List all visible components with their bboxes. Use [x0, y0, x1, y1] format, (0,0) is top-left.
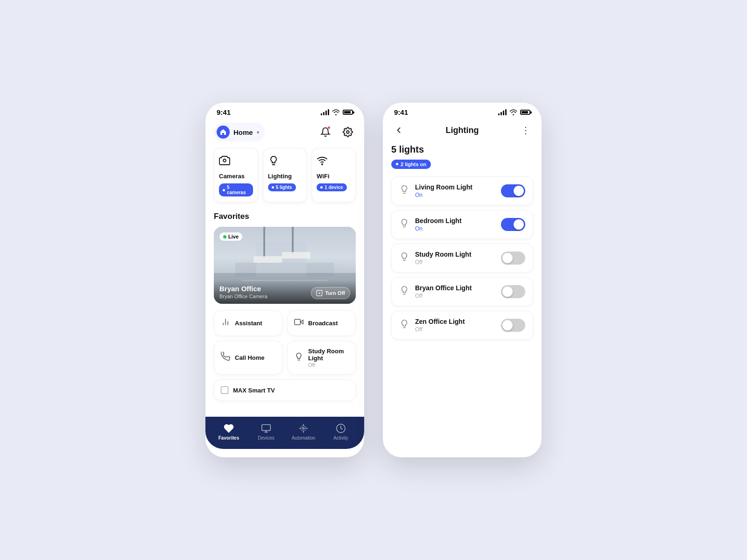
shortcut-max-tv[interactable]: MAX Smart TV: [214, 379, 356, 401]
light-item[interactable]: Bryan Office Light Off: [391, 277, 533, 306]
svg-point-1: [223, 159, 226, 162]
signal-icon-right: [498, 109, 507, 115]
broadcast-label: Broadcast: [308, 320, 338, 327]
light-status: Off: [415, 293, 495, 299]
live-label: Live: [228, 234, 239, 239]
light-info: Bryan Office Light Off: [415, 284, 495, 299]
main-content: Cameras 5 cameras Lighting 5 lights: [205, 148, 364, 412]
status-bar-left: 9:41: [205, 103, 364, 119]
nav-devices[interactable]: Devices: [247, 423, 285, 441]
wifi-category-icon: [317, 155, 328, 169]
nav-activity[interactable]: Activity: [322, 423, 359, 441]
light-bulb-icon: [399, 218, 409, 231]
light-toggle[interactable]: [501, 252, 525, 265]
svg-point-0: [346, 131, 349, 133]
broadcast-icon: [294, 317, 303, 329]
right-phone: 9:41 Lighting ⋮: [383, 103, 542, 457]
toggle-thumb: [502, 253, 513, 263]
status-icons-right: [498, 109, 530, 115]
svg-point-13: [301, 426, 306, 431]
header-icons: [317, 124, 356, 140]
toggle-thumb: [514, 186, 524, 196]
assistant-label: Assistant: [235, 320, 262, 327]
call-home-label: Call Home: [235, 354, 265, 361]
light-info: Zen Office Light Off: [415, 318, 495, 333]
toggle-thumb: [502, 287, 513, 297]
notification-button[interactable]: [317, 124, 333, 140]
camera-feed-card[interactable]: Live Bryan Office Bryan Office Camera Tu…: [214, 227, 356, 304]
light-toggle[interactable]: [501, 184, 525, 197]
light-bulb-icon: [399, 319, 409, 331]
wifi-icon: [332, 109, 340, 115]
light-item[interactable]: Study Room Light Off: [391, 244, 533, 273]
nav-favorites[interactable]: Favorites: [210, 423, 247, 441]
settings-button[interactable]: [340, 124, 356, 140]
battery-icon: [343, 110, 353, 115]
cameras-card[interactable]: Cameras 5 cameras: [214, 148, 258, 203]
time-right: 9:41: [394, 108, 408, 116]
turn-off-button[interactable]: Turn Off: [311, 287, 350, 299]
light-name: Bryan Office Light: [415, 284, 495, 292]
lights-on-label: 2 lights on: [401, 161, 426, 167]
light-status: Off: [415, 259, 495, 266]
wifi-icon-right: [509, 109, 517, 115]
status-bar-right: 9:41: [383, 103, 542, 119]
light-info: Bedroom Light On: [415, 217, 495, 232]
app-header: Home ▾: [205, 119, 364, 148]
lighting-label: Lighting: [268, 173, 292, 180]
home-label: Home: [233, 128, 253, 136]
shortcut-broadcast[interactable]: Broadcast: [287, 310, 356, 336]
camera-info-overlay: Bryan Office Bryan Office Camera Turn Of…: [214, 280, 356, 304]
light-name: Bedroom Light: [415, 217, 495, 224]
study-light-status: Off: [308, 362, 349, 368]
lights-list: Living Room Light On Bedroom Light On St…: [391, 176, 533, 340]
light-info: Study Room Light Off: [415, 251, 495, 266]
light-item[interactable]: Living Room Light On: [391, 176, 533, 205]
lighting-card[interactable]: Lighting 5 lights: [263, 148, 307, 203]
wifi-card[interactable]: WiFi 1 device: [311, 148, 356, 203]
study-light-icon: [294, 352, 303, 364]
lighting-content: 5 lights 2 lights on Living Room Light O…: [383, 144, 542, 354]
svg-marker-4: [319, 292, 321, 294]
heart-icon: [224, 423, 234, 434]
nav-favorites-label: Favorites: [218, 435, 239, 441]
light-toggle[interactable]: [501, 218, 525, 231]
light-toggle[interactable]: [501, 285, 525, 298]
home-selector[interactable]: Home ▾: [214, 123, 265, 141]
shortcut-call-home[interactable]: Call Home: [214, 341, 282, 375]
light-toggle[interactable]: [501, 319, 525, 332]
light-name: Study Room Light: [415, 251, 495, 258]
lights-count: 5 lights: [391, 144, 533, 155]
automation-icon: [298, 423, 309, 434]
light-name: Living Room Light: [415, 183, 495, 191]
light-item[interactable]: Bedroom Light On: [391, 210, 533, 239]
left-phone: 9:41 Home: [205, 103, 364, 457]
nav-automation-label: Automation: [292, 435, 316, 441]
battery-icon-right: [520, 110, 530, 115]
devices-icon: [261, 423, 271, 434]
checkbox-icon: [221, 386, 228, 394]
more-options-button[interactable]: ⋮: [518, 123, 533, 138]
wifi-label: WiFi: [317, 173, 329, 180]
shortcut-study-light[interactable]: Study Room Light Off: [287, 341, 356, 375]
lighting-header: Lighting ⋮: [383, 119, 542, 144]
nav-automation[interactable]: Automation: [285, 423, 322, 441]
light-name: Zen Office Light: [415, 318, 495, 325]
cameras-label: Cameras: [219, 173, 245, 180]
shortcut-assistant[interactable]: Assistant: [214, 310, 282, 336]
svg-rect-9: [262, 425, 270, 431]
camera-sub-label: Bryan Office Camera: [219, 294, 268, 299]
wifi-badge: 1 device: [317, 183, 346, 191]
bottom-nav: Favorites Devices Automation: [205, 417, 364, 449]
toggle-thumb: [514, 219, 524, 230]
light-item[interactable]: Zen Office Light Off: [391, 311, 533, 340]
back-button[interactable]: [391, 123, 406, 138]
assistant-icon: [221, 317, 230, 329]
lighting-badge: 5 lights: [268, 183, 296, 191]
light-bulb-icon: [399, 184, 409, 197]
cameras-badge: 5 cameras: [219, 183, 253, 196]
lights-on-badge: 2 lights on: [391, 160, 431, 169]
nav-devices-label: Devices: [258, 435, 275, 441]
nav-activity-label: Activity: [333, 435, 348, 441]
light-bulb-icon: [399, 285, 409, 298]
